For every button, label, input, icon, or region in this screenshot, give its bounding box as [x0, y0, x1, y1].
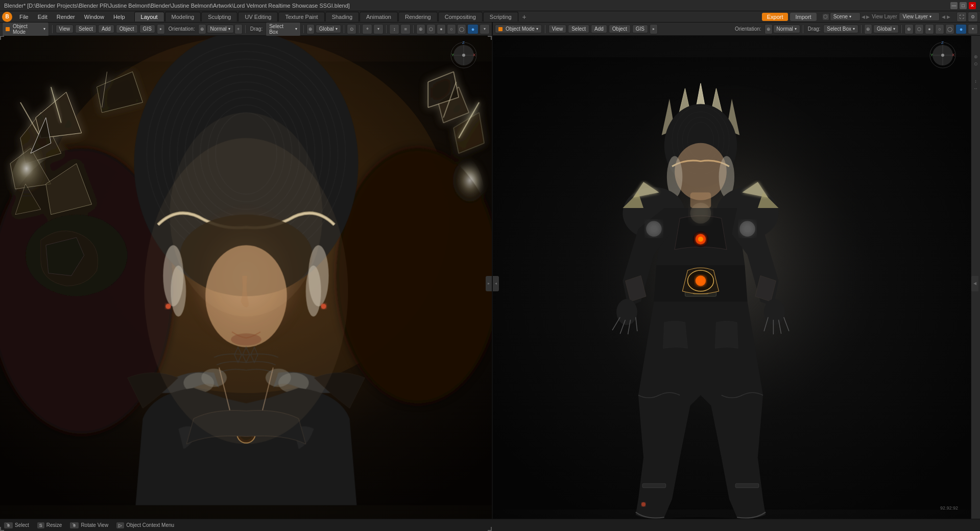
left-transform-dropdown[interactable]: Global ▾ — [316, 25, 341, 33]
nav-icon2[interactable]: ⬡ — [426, 24, 436, 34]
right-object-mode-dropdown[interactable]: Object Mode ▾ — [495, 25, 542, 33]
menu-help[interactable]: Help — [109, 13, 129, 21]
maximize-button[interactable]: □ — [960, 2, 967, 9]
tab-animation[interactable]: Animation — [360, 12, 398, 21]
right-nav-icon3[interactable]: ● — [925, 24, 934, 34]
left-add-btn[interactable]: Add — [98, 25, 114, 33]
right-gis-btn[interactable]: GIS — [632, 25, 648, 33]
right-add-btn[interactable]: Add — [591, 25, 607, 33]
object-mode-icon — [6, 27, 10, 31]
status-select: 🖱 Select — [4, 522, 29, 528]
right-viewport: Object Mode ▾ View Select Add Object GIS… — [493, 22, 980, 531]
right-view-edge-toggle-left[interactable]: ◂ — [493, 276, 499, 291]
left-select-btn[interactable]: Select — [75, 25, 97, 33]
view-layer-dropdown[interactable]: View Layer ▾ — [899, 12, 940, 21]
menu-edit[interactable]: Edit — [34, 13, 52, 21]
tab-shading[interactable]: Shading — [325, 12, 359, 21]
side-panel-icon-4[interactable]: ↔ — [972, 85, 979, 92]
left-viewport-content[interactable]: ▸ X Z Y — [0, 36, 492, 531]
settings2-icon[interactable]: ≡ — [400, 24, 411, 34]
left-nav-gizmo[interactable]: X Z Y — [448, 40, 479, 71]
shading-extra-icon[interactable]: ▾ — [480, 24, 490, 34]
status-resize: S Resize — [37, 522, 62, 528]
right-nav-icon4[interactable]: ○ — [935, 24, 944, 34]
svg-point-12 — [10, 138, 92, 240]
scene-selector: ⬡ Scene ▾ ◀ ▶ — [823, 12, 870, 21]
right-gis-extra-icon[interactable]: ▸ — [650, 24, 658, 34]
tab-sculpting[interactable]: Sculpting — [201, 12, 237, 21]
side-panel-spacer — [972, 67, 979, 78]
right-shading-render-btn[interactable]: ● — [955, 24, 967, 34]
minimize-button[interactable]: — — [950, 2, 958, 9]
right-nav-icon5[interactable]: ◯ — [945, 24, 954, 34]
menu-window[interactable]: Window — [80, 13, 108, 21]
right-nav-icon1[interactable]: ⊕ — [904, 24, 914, 34]
chevron-down-icon: ▾ — [893, 27, 895, 31]
export-button[interactable]: Export — [762, 13, 788, 21]
tab-texture-paint[interactable]: Texture Paint — [278, 12, 324, 21]
tab-compositing[interactable]: Compositing — [438, 12, 483, 21]
menu-file[interactable]: File — [15, 13, 33, 21]
chevron-down-icon: ▾ — [336, 27, 338, 31]
menu-render[interactable]: Render — [53, 13, 79, 21]
tab-layout[interactable]: Layout — [134, 12, 164, 21]
right-orientation-dropdown[interactable]: Normal ▾ — [773, 25, 800, 33]
workspace-tabs: Layout Modeling Sculpting UV Editing Tex… — [134, 12, 530, 22]
add-workspace-button[interactable]: + — [519, 12, 530, 22]
right-drag-dropdown[interactable]: Select Box ▾ — [823, 25, 858, 33]
rotate-mouse-icon: 🖱 — [70, 522, 79, 528]
left-view-btn[interactable]: View — [56, 25, 74, 33]
fullscreen-icon[interactable]: ⛶ — [957, 12, 967, 22]
tab-uv-editing[interactable]: UV Editing — [238, 12, 278, 21]
nav-icon4[interactable]: ○ — [447, 24, 456, 34]
blender-logo[interactable]: B — [2, 12, 12, 22]
side-panel-icon-3[interactable]: ↕ — [972, 78, 979, 85]
left-gis-btn[interactable]: GIS — [139, 25, 155, 33]
settings-icon[interactable]: ⚙ — [968, 12, 978, 22]
proportional-edit-icon[interactable]: ⊙ — [347, 24, 357, 34]
left-orientation-dropdown[interactable]: Normal ▾ — [207, 25, 234, 33]
left-object-mode-dropdown[interactable]: Object Mode ▾ — [2, 22, 49, 36]
side-panel-icon-1[interactable]: ⊕ — [972, 53, 979, 60]
separator — [901, 25, 902, 33]
close-button[interactable]: ✕ — [969, 2, 976, 9]
corner-bl — [0, 527, 4, 531]
nav-icon5[interactable]: ◯ — [457, 24, 466, 34]
right-shading-extra-icon[interactable]: ▾ — [968, 24, 978, 34]
left-gis-extra-icon[interactable]: ▸ — [157, 24, 165, 34]
separator — [386, 25, 387, 33]
corner-tr — [488, 36, 492, 40]
chevron-down-icon: ▾ — [929, 14, 931, 19]
top-section: B File Edit Render Window Help Layout Mo… — [0, 11, 980, 22]
nav-icon3[interactable]: ● — [437, 24, 446, 34]
left-drag-dropdown[interactable]: Select Box ▾ — [266, 22, 301, 36]
import-button[interactable]: Import — [790, 13, 816, 21]
nav-icon1[interactable]: ⊕ — [416, 24, 425, 34]
tab-rendering[interactable]: Rendering — [398, 12, 438, 21]
shading-render-btn[interactable]: ● — [467, 24, 479, 34]
side-panel-icon-2[interactable]: ⊙ — [972, 60, 979, 67]
status-context-menu: ▷ Object Context Menu — [116, 522, 174, 528]
right-view-btn[interactable]: View — [548, 25, 567, 33]
move-icon[interactable]: ↕ — [389, 24, 399, 34]
right-viewport-content[interactable]: ◂ X Z Y — [493, 36, 980, 531]
side-panel-collapse-icon[interactable]: ◀ — [971, 276, 978, 291]
tab-modeling[interactable]: Modeling — [165, 12, 201, 21]
window-controls: — □ ✕ — [950, 2, 976, 9]
nav-controls: ⊕ ⬡ ● ○ ◯ ● ▾ — [416, 24, 490, 34]
separator — [803, 25, 803, 33]
tab-scripting[interactable]: Scripting — [483, 12, 518, 21]
snap-dropdown-icon[interactable]: ▾ — [373, 24, 384, 34]
svg-text:Y: Y — [451, 53, 455, 57]
right-nav-icon2[interactable]: ⬡ — [915, 24, 924, 34]
snap-icon[interactable]: ⌖ — [362, 24, 372, 34]
left-object-btn[interactable]: Object — [116, 25, 138, 33]
scene-dropdown[interactable]: Scene ▾ — [830, 12, 861, 21]
right-transform-dropdown[interactable]: Global ▾ — [873, 25, 899, 33]
right-select-btn[interactable]: Select — [568, 25, 589, 33]
orientation-plus-icon[interactable]: + — [234, 24, 243, 34]
right-object-btn[interactable]: Object — [609, 25, 631, 33]
right-nav-gizmo[interactable]: X Z Y — [927, 40, 958, 71]
svg-point-95 — [616, 299, 637, 325]
left-view-edge-toggle-right[interactable]: ▸ — [486, 276, 492, 291]
